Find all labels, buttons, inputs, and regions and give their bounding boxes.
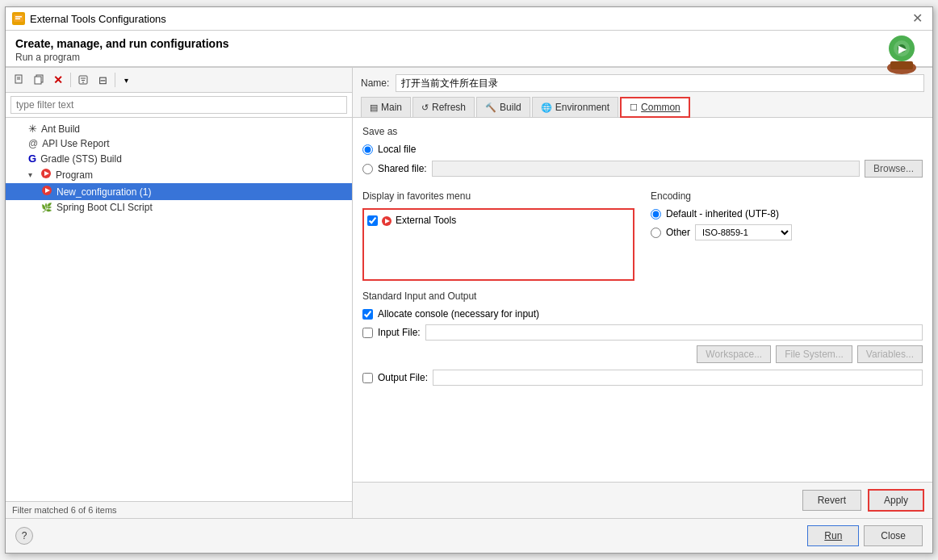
tab-main[interactable]: ▤ Main — [361, 97, 411, 117]
allocate-console-row: Allocate console (necessary for input) — [362, 308, 923, 320]
name-row: Name: — [353, 68, 932, 97]
new-config-label: New_configuration (1) — [57, 186, 151, 198]
external-tools-label: External Tools — [396, 215, 456, 226]
bottom-buttons: Revert Apply — [353, 482, 932, 518]
content-area: ✕ ⊟ ▾ — [6, 67, 932, 518]
tab-environment[interactable]: 🌐 Environment — [532, 97, 618, 117]
api-label: API Use Report — [42, 138, 109, 149]
tab-env-icon: 🌐 — [541, 102, 552, 113]
output-file-checkbox[interactable] — [362, 373, 373, 383]
window-close-button[interactable]: ✕ — [909, 12, 926, 25]
encoding-header: Encoding — [651, 190, 923, 202]
local-file-radio[interactable] — [362, 144, 373, 155]
title-bar: External Tools Configurations ✕ — [6, 7, 932, 31]
encoding-col: Encoding Default - inherited (UTF-8) Oth… — [651, 187, 923, 281]
tabs-row: ▤ Main ↺ Refresh 🔨 Build 🌐 Environment ☐ — [353, 97, 932, 118]
default-encoding-radio[interactable] — [651, 209, 661, 219]
footer-right: Run Close — [807, 525, 923, 546]
program-icon — [40, 168, 52, 182]
svg-rect-13 — [35, 77, 41, 84]
favorites-header: Display in favorites menu — [362, 190, 634, 202]
svg-rect-1 — [15, 16, 22, 18]
other-encoding-row: Other ISO-8859-1 — [651, 224, 923, 240]
tree-area: ✳ Ant Build @ API Use Report G Gradle (S… — [6, 118, 352, 501]
spring-boot-icon: 🌿 — [41, 203, 52, 213]
new-config-button[interactable] — [10, 71, 28, 89]
filter-input[interactable] — [10, 96, 347, 114]
filter-input-wrap — [6, 93, 352, 118]
revert-button[interactable]: Revert — [802, 490, 861, 511]
tab-env-label: Environment — [555, 102, 609, 113]
subtitle-main: Create, manage, and run configurations — [15, 37, 923, 50]
shared-file-label: Shared file: — [378, 163, 427, 174]
std-io-title: Standard Input and Output — [362, 290, 923, 302]
tab-build-label: Build — [500, 102, 521, 113]
tab-common[interactable]: ☐ Common — [620, 97, 690, 118]
api-icon: @ — [28, 138, 38, 149]
file-system-button[interactable]: File System... — [776, 345, 852, 363]
favorites-item-external-tools: External Tools — [367, 213, 630, 228]
main-window: External Tools Configurations ✕ Create, … — [5, 6, 933, 554]
window-title: External Tools Configurations — [30, 13, 166, 25]
tab-common-label: Common — [641, 102, 680, 113]
tree-item-new-config[interactable]: New_configuration (1) — [6, 183, 352, 200]
name-input[interactable] — [396, 74, 924, 92]
encoding-select[interactable]: ISO-8859-1 — [695, 224, 792, 240]
tree-item-program[interactable]: ▾ Program — [6, 166, 352, 183]
collapse-button[interactable]: ⊟ — [94, 71, 111, 89]
footer-left: ? — [15, 527, 33, 545]
tree-item-ant-build[interactable]: ✳ Ant Build — [6, 121, 352, 136]
input-file-buttons: Workspace... File System... Variables... — [362, 345, 923, 363]
left-panel: ✕ ⊟ ▾ — [6, 68, 353, 518]
run-button[interactable]: Run — [807, 525, 859, 546]
two-col-section: Display in favorites menu — [362, 187, 923, 281]
apply-button[interactable]: Apply — [868, 489, 924, 512]
name-label: Name: — [361, 77, 389, 89]
close-button[interactable]: Close — [864, 525, 923, 546]
other-label: Other — [666, 227, 690, 238]
other-encoding-radio[interactable] — [651, 228, 661, 238]
tab-main-label: Main — [381, 102, 402, 113]
toolbar-sep2 — [115, 73, 115, 87]
tree-item-spring-boot[interactable]: 🌿 Spring Boot CLI Script — [6, 200, 352, 215]
favorites-box: External Tools — [362, 208, 634, 281]
output-file-label: Output File: — [378, 372, 428, 383]
left-toolbar: ✕ ⊟ ▾ — [6, 68, 352, 93]
help-button[interactable]: ? — [15, 527, 33, 545]
tree-item-api-use-report[interactable]: @ API Use Report — [6, 136, 352, 151]
gradle-icon: G — [28, 153, 36, 165]
right-panel: Name: ▤ Main ↺ Refresh 🔨 Build 🌐 — [353, 68, 932, 518]
tab-refresh-icon: ↺ — [421, 102, 429, 113]
tab-common-icon: ☐ — [630, 102, 638, 113]
workspace-button[interactable]: Workspace... — [697, 345, 771, 363]
tab-build-icon: 🔨 — [485, 102, 496, 113]
favorites-col: Display in favorites menu — [362, 187, 634, 281]
new-config-icon — [41, 185, 52, 199]
ant-build-label: Ant Build — [41, 123, 80, 135]
local-file-label: Local file — [378, 144, 416, 155]
external-tools-checkbox[interactable] — [367, 215, 378, 226]
window-icon — [12, 12, 25, 25]
shared-file-radio[interactable] — [362, 164, 373, 174]
duplicate-button[interactable] — [30, 71, 48, 89]
svg-rect-2 — [15, 19, 20, 20]
program-toggle: ▾ — [28, 170, 36, 179]
allocate-console-checkbox[interactable] — [362, 309, 373, 320]
output-file-input[interactable] — [433, 370, 923, 386]
footer-bar: ? Run Close — [6, 518, 932, 553]
svg-rect-5 — [890, 61, 913, 69]
variables-button[interactable]: Variables... — [857, 345, 923, 363]
input-file-checkbox[interactable] — [362, 328, 373, 338]
std-io-section: Standard Input and Output Allocate conso… — [362, 290, 923, 386]
shared-file-input[interactable] — [432, 161, 860, 177]
view-menu-button[interactable]: ▾ — [119, 71, 133, 89]
tab-refresh[interactable]: ↺ Refresh — [412, 97, 475, 117]
shared-file-row: Shared file: Browse... — [362, 160, 923, 178]
delete-button[interactable]: ✕ — [49, 71, 67, 89]
tab-build[interactable]: 🔨 Build — [476, 97, 530, 117]
tree-item-gradle[interactable]: G Gradle (STS) Build — [6, 151, 352, 166]
ant-build-icon: ✳ — [28, 123, 37, 135]
browse-button[interactable]: Browse... — [865, 160, 923, 178]
input-file-input[interactable] — [425, 324, 923, 341]
filter-button[interactable] — [74, 71, 92, 89]
